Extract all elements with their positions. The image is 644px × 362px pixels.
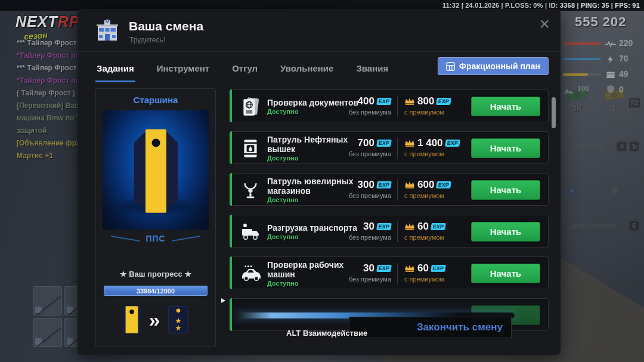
- base-exp-value: 300: [358, 179, 374, 190]
- premium-reward: 600EXP с премиумом: [404, 179, 473, 199]
- base-exp-value: 700: [358, 137, 374, 148]
- shield-icon: [605, 85, 617, 94]
- scrollbar-thumb[interactable]: [552, 97, 556, 128]
- base-caption: без премиума: [317, 276, 391, 283]
- premium-exp-value: 800: [417, 95, 434, 107]
- task-row: Разгрузка транспорта Доступно 30EXP без …: [230, 215, 549, 247]
- exp-badge: EXP: [376, 223, 392, 230]
- chat-message: Мартис +1: [17, 150, 78, 162]
- heartbeat-icon: [605, 39, 617, 48]
- start-button[interactable]: Начать: [471, 222, 540, 242]
- premium-caption: с премиумом: [404, 276, 473, 283]
- health-value: 220: [619, 38, 633, 48]
- unit-name: ППС: [145, 234, 165, 243]
- exp-badge: EXP: [431, 265, 446, 272]
- reward-divider: [397, 180, 398, 200]
- exp-badge: EXP: [445, 140, 460, 147]
- rank-panel: Старшина ППС ★ Ваш прогресс ★ 33984/1200…: [95, 88, 216, 347]
- food-icon: [605, 70, 617, 79]
- current-rank-icon: [122, 305, 142, 335]
- tab-tool[interactable]: Инструмент: [156, 56, 210, 82]
- health-bar: [563, 42, 601, 45]
- double-chevron-icon: »: [149, 305, 160, 335]
- exp-badge: EXP: [376, 181, 392, 188]
- task-row: Проверка документов Доступно 400EXP без …: [230, 89, 549, 122]
- premium-exp-value: 60: [417, 262, 429, 274]
- start-button[interactable]: Начать: [471, 138, 540, 158]
- tab-dayoff[interactable]: Отгул: [231, 56, 259, 82]
- tab-resign[interactable]: Увольнение: [279, 56, 335, 82]
- inventory-slot[interactable]: [33, 318, 62, 347]
- reward-divider: [397, 221, 398, 242]
- premium-reward: 1 400EXP с премиумом: [404, 137, 473, 157]
- logo-rp: RP: [58, 13, 80, 30]
- base-caption: без премиума: [317, 234, 391, 241]
- energy-value: 70: [619, 54, 628, 63]
- available-stripe: [230, 89, 232, 122]
- reward-divider: [397, 96, 398, 117]
- available-stripe: [230, 173, 232, 206]
- start-button[interactable]: Начать: [471, 97, 540, 116]
- chat-message: *Тайлер Фрост полож: [17, 75, 78, 87]
- energy-row: 70: [561, 51, 644, 67]
- logo-next: NEXT: [16, 13, 58, 30]
- available-stripe: [230, 131, 232, 164]
- premium-reward: 60EXP с премиумом: [404, 221, 473, 241]
- truck-icon: [240, 221, 261, 243]
- base-reward: 300EXP без премиума: [317, 179, 391, 199]
- tab-ranks[interactable]: Звания: [355, 56, 389, 82]
- premium-exp-value: 600: [417, 179, 434, 190]
- base-caption: без премиума: [317, 150, 391, 157]
- available-stripe: [230, 298, 232, 331]
- end-shift-button[interactable]: Закончить смену: [349, 317, 512, 338]
- progress-value: 33984/12000: [137, 287, 175, 295]
- crown-icon: [404, 264, 415, 273]
- armor-extra-value: 100: [577, 85, 589, 93]
- rank-progression: » ★ ★: [96, 305, 215, 335]
- base-reward: 30EXP без премиума: [317, 221, 391, 241]
- task-row: Патруль Нефтяных вышек Доступно 700EXP б…: [230, 131, 549, 164]
- chat-message: машина Bmw по ТыП: [17, 112, 78, 125]
- start-button[interactable]: Начать: [471, 180, 540, 200]
- slot-badge: [67, 338, 73, 345]
- chat-message: [Объявление фракци: [17, 137, 78, 150]
- progress-bar: 33984/12000: [104, 286, 208, 296]
- tab-tasks[interactable]: Задания: [95, 56, 135, 82]
- close-icon[interactable]: ×: [539, 15, 550, 33]
- food-bar: [563, 73, 588, 76]
- money-counter: 555 202: [575, 14, 644, 30]
- shift-modal: Ваша смена Трудитесь! × Задания Инструме…: [78, 9, 561, 355]
- premium-caption: с премиумом: [404, 109, 473, 116]
- exp-badge: EXP: [376, 265, 392, 272]
- right-slash-decoration: [171, 235, 202, 242]
- premium-reward: 800EXP с премиумом: [404, 95, 473, 116]
- slot-badge: [67, 307, 73, 313]
- chat-window: *** Тайлер Фрост поп *Тайлер Фрост пошёл…: [17, 37, 78, 162]
- left-slash-decoration: [110, 235, 141, 242]
- start-button[interactable]: Начать: [471, 264, 540, 283]
- armor-icon: [563, 86, 575, 95]
- crown-icon: [404, 222, 415, 231]
- police-station-icon: [94, 18, 120, 44]
- base-exp-value: 30: [363, 262, 374, 274]
- epaulette-icon: [125, 122, 187, 218]
- jewelry-icon: [240, 180, 261, 201]
- inventory-slot[interactable]: [33, 286, 62, 315]
- chat-message: *** Тайлер Фрост поп: [17, 37, 78, 49]
- faction-plan-button[interactable]: Фракционный план: [438, 57, 549, 75]
- premium-reward: 60EXP с премиумом: [404, 262, 473, 283]
- task-row: Проверка рабочих машин Доступно 30EXP бе…: [230, 256, 549, 289]
- exp-badge: EXP: [431, 223, 446, 230]
- reward-divider: [397, 138, 398, 159]
- table-plan-icon: [446, 62, 455, 71]
- food-value: 49: [619, 69, 628, 79]
- game-screen: 11:32 | 24.01.2026 | P.LOSS: 0% | ID: 33…: [0, 0, 644, 362]
- base-caption: без премиума: [317, 109, 391, 116]
- modal-title: Ваша смена: [129, 19, 203, 33]
- armor-row: 100 0: [561, 82, 644, 98]
- oil-barrel-icon: [240, 138, 261, 159]
- unit-row: ППС: [96, 234, 215, 243]
- chat-message: [Перевозкий] Вася Пех: [17, 100, 78, 112]
- base-reward: 700EXP без премиума: [317, 137, 391, 157]
- base-reward: 400EXP без премиума: [317, 95, 391, 116]
